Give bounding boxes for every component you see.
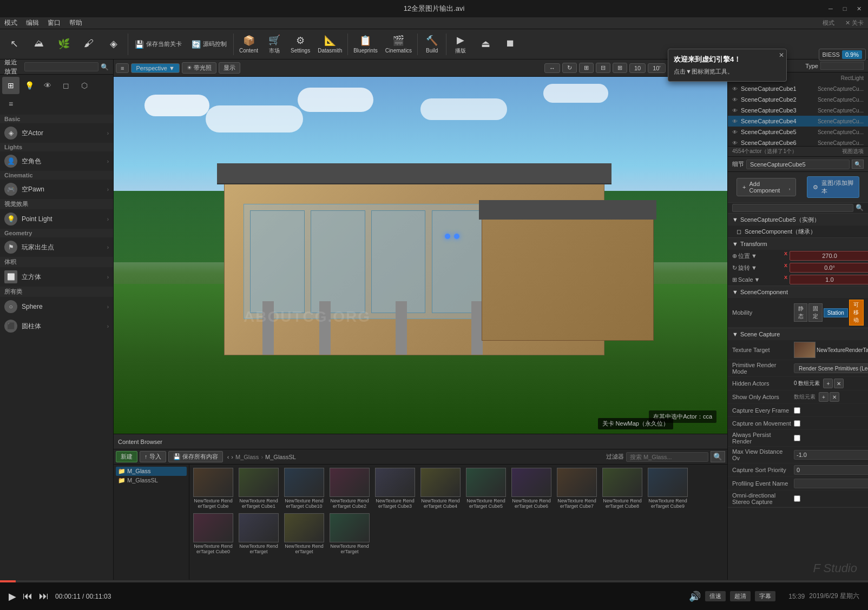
lighting-btn[interactable]: ☀ 带光照: [182, 62, 216, 74]
mvd-input[interactable]: [794, 450, 868, 460]
outliner-item-scc2[interactable]: 👁 SceneCaptureCube2 SceneCaptureCu...: [728, 94, 868, 105]
prev-btn[interactable]: ⏮: [23, 591, 32, 602]
scene-capture-header[interactable]: ▼ Scene Capture: [728, 328, 868, 340]
category-lights[interactable]: Lights: [0, 143, 113, 151]
show-btn[interactable]: 显示: [219, 62, 240, 74]
blueprint-button[interactable]: ⚙ 蓝图/添加脚本: [807, 176, 859, 198]
grid-snap-btn[interactable]: ⊞: [613, 63, 627, 73]
toolbar-source-control[interactable]: 🔄 源码控制: [187, 35, 231, 54]
mode-tab-lights[interactable]: 💡: [21, 77, 38, 94]
toolbar-brush-mode[interactable]: 🖌: [77, 32, 101, 56]
minimize-button[interactable]: ─: [826, 4, 836, 14]
thumbnail-15[interactable]: NewTexture RenderTarget: [328, 512, 371, 555]
restore-button[interactable]: □: [840, 4, 850, 14]
mobility-fixed[interactable]: 固定: [808, 303, 822, 322]
toolbar-market[interactable]: 🛒 市场: [262, 32, 286, 56]
category-geometry[interactable]: Geometry: [0, 229, 113, 237]
com-checkbox[interactable]: [794, 420, 800, 427]
perspective-btn[interactable]: Perspective ▼: [131, 63, 179, 73]
outliner-item-scc4[interactable]: 👁 SceneCaptureCube4 SceneCaptureCu...: [728, 116, 868, 127]
toolbar-eject[interactable]: ⏏: [474, 32, 497, 56]
view-options-btn[interactable]: 视图选项: [842, 148, 864, 155]
toolbar-content[interactable]: 📦 Content: [236, 32, 261, 56]
close-button[interactable]: ✕: [854, 4, 864, 14]
import-btn[interactable]: ↑ 导入: [140, 451, 166, 462]
thumbnail-11[interactable]: NewTexture RenderTarget Cube9: [646, 467, 689, 510]
placement-item-cube[interactable]: ⬜ 立方体 ›: [0, 267, 113, 287]
placement-search-btn[interactable]: 🔍: [101, 63, 109, 71]
mode-tab-geometry[interactable]: ◻: [57, 77, 75, 94]
toolbar-landscape-mode[interactable]: ⛰: [27, 32, 51, 56]
thumbnail-5[interactable]: NewTexture RenderTarget Cube3: [373, 467, 417, 510]
menu-help[interactable]: 帮助: [69, 18, 82, 28]
mode-tab-all[interactable]: ≡: [2, 95, 19, 112]
thumbnail-14[interactable]: NewTexture RenderTarget: [282, 512, 326, 555]
category-basic[interactable]: Basic: [0, 115, 113, 123]
placement-item-sphere[interactable]: ○ Sphere ›: [0, 297, 113, 316]
rotate-btn[interactable]: ↻: [562, 63, 577, 73]
mode-tab-visual[interactable]: 👁: [39, 77, 56, 94]
scale-x[interactable]: [790, 275, 868, 284]
menu-edit[interactable]: 编辑: [26, 18, 39, 28]
hd-tag[interactable]: 超清: [730, 591, 751, 601]
outliner-item-scc6[interactable]: 👁 SceneCaptureCube6 SceneCaptureCu...: [728, 137, 868, 146]
tab-close[interactable]: ✕ 关卡: [845, 19, 864, 27]
mobility-movable[interactable]: 可移动: [849, 300, 864, 326]
thumbnail-6[interactable]: NewTexture RenderTarget Cube4: [419, 467, 462, 510]
angle-snap-btn[interactable]: 10': [648, 63, 665, 73]
grid-size-btn[interactable]: 10: [629, 63, 646, 73]
mobility-static[interactable]: 静态: [794, 303, 807, 322]
toolbar-select-mode[interactable]: ↖: [2, 32, 26, 56]
component-search[interactable]: [732, 204, 853, 212]
outliner-item-scc5[interactable]: 👁 SceneCaptureCube5 SceneCaptureCu...: [728, 127, 868, 137]
toolbar-geometry-mode[interactable]: ◈: [102, 32, 126, 56]
outliner-item-scc1[interactable]: 👁 SceneCaptureCube1 SceneCaptureCu...: [728, 83, 868, 94]
save-all-btn[interactable]: 💾 保存所有内容: [168, 451, 223, 462]
cb-search-btn[interactable]: 🔍: [711, 451, 725, 462]
rotation-x[interactable]: [790, 263, 868, 273]
category-all[interactable]: 所有类: [0, 287, 113, 297]
placement-item-pointlight[interactable]: 💡 Point Light ›: [0, 209, 113, 229]
cef-checkbox[interactable]: [794, 407, 800, 414]
toolbar-blueprints[interactable]: 📋 Blueprints: [350, 32, 380, 56]
viewport-canvas[interactable]: 在其中选中Actor：cca 关卡 NewMap（永久位） ABOUTCG.OR…: [114, 77, 727, 434]
instance-header[interactable]: ▼ SceneCaptureCube5（实例）: [728, 214, 868, 226]
scale-btn[interactable]: ⊞: [579, 63, 594, 73]
thumbnail-2[interactable]: NewTexture RenderTarget Cube1: [237, 467, 280, 510]
toolbar-play[interactable]: ▶ 播版: [449, 32, 472, 56]
surface-snap-btn[interactable]: ⊟: [596, 63, 610, 73]
thumbnail-1[interactable]: NewTexture RenderTarget Cube: [192, 467, 235, 510]
toolbar-foliage-mode[interactable]: 🌿: [52, 32, 76, 56]
outliner-item-scc3[interactable]: 👁 SceneCaptureCube3 SceneCaptureCu...: [728, 105, 868, 116]
placement-item-pawn[interactable]: 🎮 空Pawn ›: [0, 180, 113, 199]
search-details-btn[interactable]: 🔍: [852, 160, 864, 169]
toolbar-settings[interactable]: ⚙ Settings: [287, 32, 313, 56]
thumbnail-13[interactable]: NewTexture RenderTarget: [237, 512, 280, 555]
cb-path-1[interactable]: M_Glass: [235, 454, 259, 460]
cb-tree-item-mglass[interactable]: 📁 M_Glass: [116, 467, 187, 476]
category-volumes[interactable]: 体积: [0, 257, 113, 267]
play-pause-btn[interactable]: ▶: [9, 591, 16, 602]
scene-component-header[interactable]: ▼ SceneComponent: [728, 286, 868, 298]
actor-name-field[interactable]: [746, 160, 850, 169]
category-visual[interactable]: 视觉效果: [0, 199, 113, 209]
mobility-station[interactable]: Station: [824, 308, 848, 317]
transform-header[interactable]: ▼ Transform: [728, 238, 868, 250]
pen-input[interactable]: [794, 479, 868, 488]
toolbar-cinematics[interactable]: 🎬 Cinematics: [382, 32, 415, 56]
omni-checkbox[interactable]: [794, 495, 800, 502]
toolbar-stop[interactable]: ⏹: [498, 32, 522, 56]
placement-item-spawn[interactable]: ⚑ 玩家出生点 ›: [0, 237, 113, 257]
next-btn[interactable]: ⏭: [39, 591, 49, 602]
menu-mode[interactable]: 模式: [4, 18, 17, 28]
menu-window[interactable]: 窗口: [48, 18, 61, 28]
category-cinematic[interactable]: Cinematic: [0, 171, 113, 180]
component-search-btn[interactable]: 🔍: [856, 204, 864, 212]
toolbar-datasmith[interactable]: 📐 Datasmith: [314, 32, 345, 56]
thumbnail-8[interactable]: NewTexture RenderTarget Cube6: [510, 467, 553, 510]
volume-btn[interactable]: 🔊: [689, 591, 701, 602]
apr-checkbox[interactable]: [794, 435, 800, 441]
ha-remove-btn[interactable]: ✕: [834, 379, 844, 388]
component-item-root[interactable]: ◻ SceneComponent（继承）: [728, 226, 868, 237]
outliner-search[interactable]: [820, 62, 864, 70]
